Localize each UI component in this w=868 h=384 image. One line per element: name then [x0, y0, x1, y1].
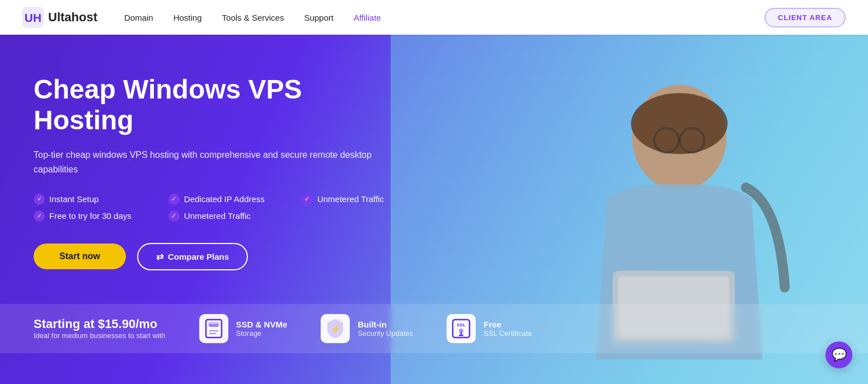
price-subtitle: Ideal for medium businesses to start wit…: [34, 331, 166, 340]
logo-text: Ultahost: [48, 10, 97, 25]
feature-label-3: Unmetered Traffic: [317, 194, 384, 204]
starting-price: Starting at $15.90/mo: [34, 317, 166, 331]
logo-icon: UH: [22, 7, 44, 28]
check-icon-1: ✓: [34, 194, 45, 205]
client-area-button[interactable]: CLIENT AREA: [764, 8, 846, 27]
check-icon-2: ✓: [168, 194, 180, 205]
pricing-block: Starting at $15.90/mo Ideal for medium b…: [34, 317, 166, 340]
ssl-feature: SSL Free SSL Certificate: [447, 314, 532, 343]
svg-text:SSD: SSD: [209, 323, 218, 328]
navbar: UH Ultahost Domain Hosting Tools & Servi…: [0, 0, 868, 35]
svg-text:UH: UH: [25, 11, 41, 24]
ssd-sublabel: Storage: [236, 329, 288, 338]
compare-plans-button[interactable]: ⇄ Compare Plans: [137, 243, 248, 270]
ssd-text: SSD & NVMe Storage: [236, 320, 288, 338]
svg-text:SSL: SSL: [457, 322, 466, 327]
feature-label-4: Free to try for 30 days: [49, 211, 132, 221]
ssl-text: Free SSL Certificate: [484, 320, 532, 338]
feature-dedicated-ip: ✓ Dedicated IP Address: [168, 194, 284, 205]
nav-tools-services[interactable]: Tools & Services: [222, 13, 284, 22]
ssd-icon-box: SSD: [199, 314, 228, 343]
nav-affiliate[interactable]: Affiliate: [354, 13, 381, 22]
ssl-icon-box: SSL: [447, 314, 476, 343]
check-icon-4: ✓: [34, 210, 45, 222]
nav-domain[interactable]: Domain: [124, 13, 153, 22]
logo[interactable]: UH Ultahost: [22, 7, 97, 28]
feature-unmetered-traffic-2: ✓ Unmetered Traffic: [168, 210, 284, 222]
check-icon-5: ✓: [168, 210, 180, 222]
ssl-label: Free: [484, 320, 532, 329]
hero-footer-bar: Starting at $15.90/mo Ideal for medium b…: [0, 304, 868, 353]
feature-free-trial: ✓ Free to try for 30 days: [34, 210, 151, 222]
nav-hosting[interactable]: Hosting: [173, 13, 202, 22]
security-label: Built-in: [358, 320, 413, 329]
chat-icon: 💬: [832, 348, 847, 362]
svg-point-3: [631, 93, 728, 154]
check-icon-3: ✓: [302, 194, 313, 205]
features-list: ✓ Instant Setup ✓ Dedicated IP Address ✓…: [34, 194, 403, 222]
feature-label-5: Unmetered Traffic: [184, 211, 251, 221]
hero-subtitle: Top-tier cheap windows VPS hosting with …: [34, 148, 403, 176]
feature-instant-setup: ✓ Instant Setup: [34, 194, 151, 205]
feature-label-1: Instant Setup: [49, 194, 98, 204]
ssd-icon: SSD: [205, 319, 223, 339]
nav-support[interactable]: Support: [304, 13, 334, 22]
svg-text:⚡: ⚡: [331, 325, 341, 334]
compare-icon: ⇄: [156, 251, 163, 262]
nav-links: Domain Hosting Tools & Services Support …: [124, 13, 764, 22]
shield-icon-box: ⚡: [321, 314, 350, 343]
ssl-icon: SSL: [452, 319, 471, 339]
security-text: Built-in Security Updates: [358, 320, 413, 338]
compare-plans-label: Compare Plans: [168, 252, 229, 261]
hero-buttons: Start now ⇄ Compare Plans: [34, 243, 403, 270]
shield-icon: ⚡: [326, 319, 345, 339]
start-now-button[interactable]: Start now: [34, 243, 126, 269]
feature-unmetered-traffic-1: ✓ Unmetered Traffic: [302, 194, 403, 205]
hero-section: Cheap Windows VPS Hosting Top-tier cheap…: [0, 35, 868, 384]
hero-title: Cheap Windows VPS Hosting: [34, 74, 403, 135]
hero-content: Cheap Windows VPS Hosting Top-tier cheap…: [0, 35, 437, 304]
feature-label-2: Dedicated IP Address: [184, 194, 265, 204]
security-sublabel: Security Updates: [358, 329, 413, 338]
ssd-label: SSD & NVMe: [236, 320, 288, 329]
security-feature: ⚡ Built-in Security Updates: [321, 314, 413, 343]
ssl-sublabel: SSL Certificate: [484, 329, 532, 338]
ssd-feature: SSD SSD & NVMe Storage: [199, 314, 288, 343]
chat-bubble[interactable]: 💬: [825, 341, 852, 368]
